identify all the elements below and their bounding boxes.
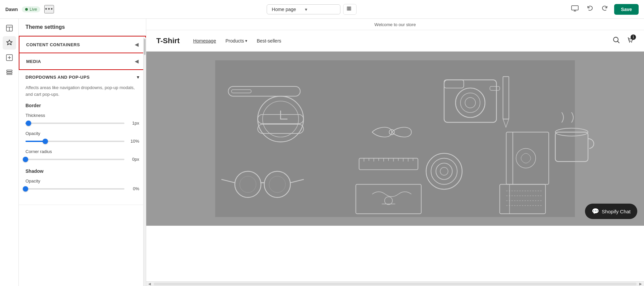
dropdowns-section-content: Affects areas like navigation dropdowns,…: [19, 84, 146, 205]
topbar: Dawn Live ••• Home page ▾: [0, 0, 644, 19]
hscroll-right-arrow[interactable]: ▶: [638, 281, 643, 286]
svg-rect-0: [347, 7, 348, 8]
svg-rect-7: [348, 9, 350, 10]
corner-radius-slider-row: Corner radius 0px: [25, 149, 139, 162]
content-containers-section[interactable]: CONTENT CONTAINERS ◀: [19, 36, 146, 53]
corner-radius-thumb[interactable]: [23, 157, 28, 162]
opacity-thumb[interactable]: [43, 139, 48, 144]
page-selector-value: Home page: [272, 7, 302, 12]
store-logo: T-Shirt: [156, 37, 180, 45]
cart-icon-wrapper[interactable]: 1: [627, 37, 634, 45]
chat-button-label: Shopify Chat: [602, 209, 631, 214]
border-group: Border Thickness 1px: [25, 103, 139, 162]
save-button[interactable]: Save: [614, 4, 639, 15]
media-section[interactable]: MEDIA ◀: [19, 53, 146, 70]
shadow-opacity-slider[interactable]: 0%: [25, 186, 139, 191]
panel-scrollbar[interactable]: [143, 38, 146, 286]
layout-button[interactable]: [3, 21, 16, 35]
media-label: MEDIA: [26, 59, 41, 64]
media-chevron: ◀: [135, 59, 139, 64]
svg-rect-8: [350, 9, 351, 10]
nav-link-bestsellers[interactable]: Best-sellers: [257, 38, 281, 44]
nav-link-products[interactable]: Products ▾: [225, 38, 247, 44]
live-label: Live: [30, 7, 37, 12]
shadow-opacity-label: Opacity: [25, 178, 139, 184]
site-logo: Dawn: [5, 7, 18, 12]
grid-dots-icon: [347, 6, 353, 12]
shadow-opacity-slider-row: Opacity 0%: [25, 178, 139, 191]
svg-rect-19: [7, 72, 12, 73]
svg-rect-1: [348, 7, 350, 8]
thickness-value: 1px: [128, 121, 139, 126]
svg-rect-2: [350, 7, 351, 8]
monitor-icon: [571, 5, 579, 11]
thickness-label: Thickness: [25, 113, 139, 118]
svg-rect-5: [350, 8, 351, 9]
svg-rect-6: [347, 9, 348, 10]
settings-panel: Theme settings CONTENT CONTAINERS ◀ MEDI…: [19, 19, 146, 286]
chat-bubble-icon: 💬: [592, 208, 599, 215]
redo-button[interactable]: [599, 3, 610, 15]
shadow-opacity-thumb[interactable]: [23, 186, 28, 192]
chat-button[interactable]: 💬 Shopify Chat: [585, 204, 637, 219]
plus-square-icon: [6, 54, 13, 61]
settings-scroll-area: CONTENT CONTAINERS ◀ MEDIA ◀ DROPDOWNS A…: [19, 36, 146, 286]
dropdowns-section: DROPDOWNS AND POP-UPS ▾ Affects areas li…: [19, 70, 146, 205]
preview-area: Welcome to our store T-Shirt Homepage Pr…: [146, 19, 644, 286]
redo-icon: [601, 5, 608, 12]
layout-icon: [6, 24, 13, 32]
settings-panel-title: Theme settings: [19, 19, 146, 36]
nav-link-homepage[interactable]: Homepage: [193, 38, 216, 44]
products-label: Products: [225, 38, 244, 44]
topbar-left: Dawn Live •••: [5, 5, 54, 13]
hero-illustration: [171, 60, 619, 217]
layers-button[interactable]: [3, 66, 16, 79]
add-section-button[interactable]: [3, 51, 16, 64]
products-chevron: ▾: [245, 39, 247, 43]
thickness-thumb[interactable]: [26, 121, 31, 126]
icon-sidebar: [0, 19, 19, 286]
preview-horizontal-scrollbar[interactable]: ◀ ▶: [146, 281, 644, 286]
undo-icon: [587, 5, 593, 12]
store-welcome-text: Welcome to our store: [374, 22, 416, 27]
shadow-group: Shadow Opacity 0%: [25, 168, 139, 191]
dropdowns-description: Affects areas like navigation dropdowns,…: [25, 84, 139, 97]
border-group-title: Border: [25, 103, 139, 108]
opacity-slider-row: Opacity 10%: [25, 131, 139, 144]
store-nav-links: Homepage Products ▾ Best-sellers: [193, 38, 281, 44]
corner-radius-slider[interactable]: 0px: [25, 157, 139, 162]
thickness-slider[interactable]: 1px: [25, 121, 139, 126]
hscroll-track: [154, 283, 637, 285]
corner-radius-track: [25, 159, 124, 160]
desktop-preview-button[interactable]: [569, 3, 581, 15]
live-badge: Live: [22, 6, 40, 12]
store-navigation: T-Shirt Homepage Products ▾ Best-sellers: [146, 30, 644, 52]
content-containers-chevron: ◀: [135, 42, 139, 47]
store-search-button[interactable]: [610, 34, 622, 47]
svg-rect-4: [348, 8, 350, 9]
opacity-slider[interactable]: 10%: [25, 139, 139, 144]
page-selector-dropdown[interactable]: Home page ▾: [267, 4, 340, 14]
shadow-group-title: Shadow: [25, 168, 139, 174]
topbar-center: Home page ▾: [267, 4, 357, 15]
svg-point-24: [631, 42, 632, 42]
corner-radius-label: Corner radius: [25, 149, 139, 154]
dropdowns-section-header[interactable]: DROPDOWNS AND POP-UPS ▾: [19, 70, 146, 84]
undo-button[interactable]: [585, 3, 595, 15]
svg-rect-18: [7, 70, 12, 71]
opacity-value: 10%: [128, 139, 139, 144]
layers-icon: [6, 69, 13, 76]
svg-rect-9: [572, 6, 578, 10]
customize-button[interactable]: [3, 36, 16, 50]
shadow-opacity-track: [25, 188, 124, 190]
grid-view-button[interactable]: [343, 4, 357, 15]
svg-line-22: [618, 42, 620, 43]
svg-rect-20: [7, 74, 12, 75]
more-options-button[interactable]: •••: [44, 5, 54, 13]
preview-scroll[interactable]: Welcome to our store T-Shirt Homepage Pr…: [146, 19, 644, 281]
chevron-down-icon: ▾: [305, 7, 335, 12]
hscroll-left-arrow[interactable]: ◀: [147, 281, 152, 286]
opacity-label: Opacity: [25, 131, 139, 136]
corner-radius-value: 0px: [128, 157, 139, 162]
thickness-track: [25, 123, 124, 124]
